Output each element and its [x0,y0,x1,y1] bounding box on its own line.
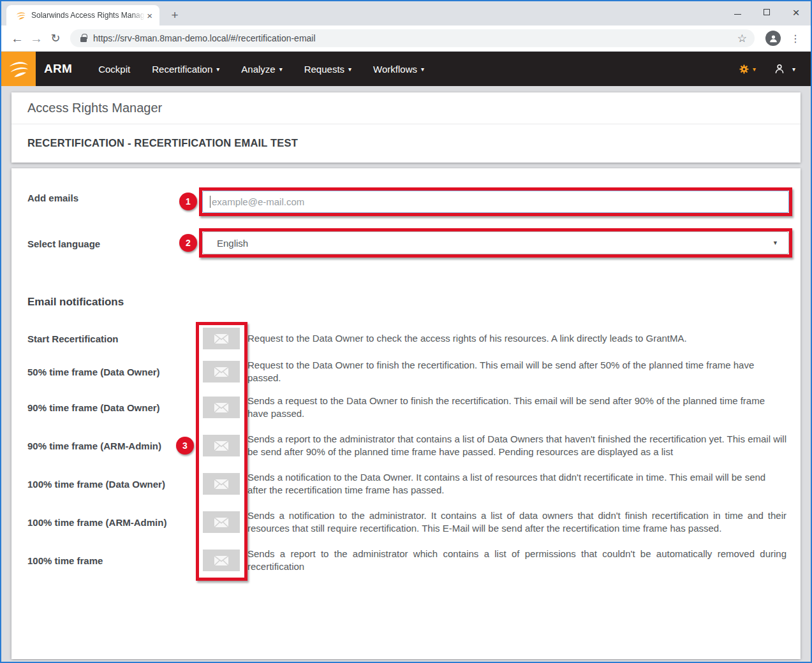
chevron-down-icon: ▾ [279,66,283,73]
notification-label: 90% time frame (Data Owner) [27,402,203,413]
page-title: Access Rights Manager [27,101,162,115]
close-icon: × [792,6,799,18]
bookmark-star-icon[interactable]: ☆ [737,32,747,45]
notification-description: Sends a notification to the Data Owner. … [247,471,786,497]
notification-label: 100% time frame (Data Owner) [27,479,203,490]
envelope-icon [214,479,228,489]
url-text: https://srv-8man.8man-demo.local/#/recer… [93,33,316,43]
main-menu: Cockpit Recertification ▾ Analyze ▾ Requ… [87,52,435,86]
user-icon [774,63,785,75]
chevron-down-icon: ▾ [792,66,795,73]
notification-description: Sends a notification to the administrato… [247,509,786,535]
notification-label: 100% time frame (ARM-Admin) [27,517,203,528]
notification-row: 50% time frame (Data Owner) Request to t… [11,355,801,388]
select-language-label: Select language [27,238,100,249]
envelope-icon [214,403,228,412]
browser-tab[interactable]: Solarwinds Access Rights Manager × [6,5,159,26]
tab-strip: Solarwinds Access Rights Manager × + × [1,1,811,26]
address-bar[interactable]: https://srv-8man.8man-demo.local/#/recer… [70,29,755,47]
recertification-email-card: Add emails 1 Select language English ▼ 2… [11,168,801,659]
envelope-icon [214,367,228,377]
notification-row: 100% time frame Sends a report to the ad… [11,544,801,577]
section-title: RECERTIFICATION - RECERTIFICATION EMAIL … [27,137,298,149]
navbar-right: ▾ ▾ [739,63,811,75]
highlight-box-1 [199,187,792,216]
notification-description: Sends a request to the Data Owner to fin… [247,395,786,420]
select-arrow-icon: ▼ [772,240,778,246]
lock-icon [80,37,87,42]
add-emails-label: Add emails [27,193,78,203]
annotation-badge-3: 3 [176,437,194,455]
notification-label: Start Recertification [27,333,203,344]
chevron-down-icon: ▾ [421,66,424,73]
tab-title: Solarwinds Access Rights Manager [31,11,145,20]
solarwinds-logo[interactable] [1,52,36,86]
annotation-badge-2: 2 [179,234,197,252]
nav-item-cockpit[interactable]: Cockpit [87,52,141,86]
minimize-icon [734,14,741,15]
nav-item-workflows[interactable]: Workflows ▾ [362,52,435,86]
person-icon [769,34,778,43]
highlight-box-2: English ▼ [199,228,792,258]
notification-label: 100% time frame [27,555,203,566]
user-menu[interactable]: ▾ [774,63,795,75]
send-test-email-button[interactable] [203,511,240,533]
send-test-email-button[interactable] [203,397,240,418]
page-content: Access Rights Manager RECERTIFICATION - … [3,87,809,660]
page-header-card: Access Rights Manager RECERTIFICATION - … [11,92,801,163]
email-input[interactable] [202,191,789,213]
maximize-icon [764,9,770,15]
forward-button[interactable]: → [27,29,46,48]
envelope-icon [214,334,228,344]
send-test-email-button[interactable] [203,473,240,495]
notification-label: 50% time frame (Data Owner) [27,367,203,377]
send-test-email-button[interactable] [203,550,240,571]
language-select-value: English [217,238,248,249]
window-controls: × [723,1,811,23]
tab-close-icon[interactable]: × [145,11,154,20]
nav-item-recertification[interactable]: Recertification ▾ [141,52,230,86]
notification-row: 90% time frame (Data Owner) Sends a requ… [11,391,801,424]
notification-description: Request to the Data Owner to finish the … [247,359,786,384]
notification-row: Start Recertification Request to the Dat… [11,322,801,355]
chevron-down-icon: ▾ [348,66,351,73]
language-select[interactable]: English ▼ [202,231,789,254]
chevron-down-icon: ▾ [753,66,756,73]
notification-description: Sends a report to the administrator that… [247,433,786,458]
annotation-badge-1: 1 [179,193,197,210]
notification-row: 90% time frame (ARM-Admin) Sends a repor… [11,429,801,462]
notification-description: Request to the Data Owner to check the a… [247,332,786,345]
nav-item-requests[interactable]: Requests ▾ [293,52,362,86]
new-tab-button[interactable]: + [167,9,182,21]
close-button[interactable]: × [781,1,811,23]
settings-menu[interactable]: ▾ [739,64,756,75]
refresh-button[interactable]: ↻ [46,29,65,48]
brand-arm: ARM [44,62,72,76]
email-notifications-heading: Email notifications [27,296,124,309]
nav-item-analyze[interactable]: Analyze ▾ [230,52,293,86]
notification-row: 100% time frame (Data Owner) Sends a not… [11,467,801,500]
envelope-icon [214,518,228,527]
send-test-email-button[interactable] [203,361,240,382]
chevron-down-icon: ▾ [216,66,219,73]
send-test-email-button[interactable] [203,328,240,349]
minimize-button[interactable] [723,1,752,23]
browser-menu-icon[interactable]: ⋮ [790,33,801,45]
browser-window: Solarwinds Access Rights Manager × + × ←… [0,0,812,663]
solarwinds-favicon-icon [15,10,26,21]
notification-description: Sends a report to the administrator whic… [247,548,786,573]
refresh-icon: ↻ [50,31,60,45]
profile-avatar[interactable] [765,31,781,46]
solarwinds-swoosh-icon [7,57,30,80]
arm-navbar: ARM Cockpit Recertification ▾ Analyze ▾ … [1,52,811,86]
send-test-email-button[interactable] [203,435,240,456]
back-button[interactable]: ← [8,29,27,48]
maximize-button[interactable] [752,1,781,23]
back-icon: ← [11,31,24,46]
forward-icon: → [30,31,43,46]
notification-row: 100% time frame (ARM-Admin) Sends a noti… [11,506,801,539]
envelope-icon [214,556,228,565]
envelope-icon [214,441,228,451]
gear-icon [739,64,749,75]
browser-toolbar: ← → ↻ https://srv-8man.8man-demo.local/#… [1,26,811,52]
